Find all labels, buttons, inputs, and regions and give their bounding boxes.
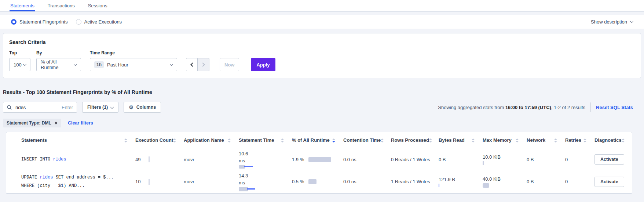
col-label: Application Name <box>184 137 224 145</box>
sql-table-link[interactable]: rides <box>40 175 53 180</box>
tab-transactions[interactable]: Transactions <box>47 0 76 11</box>
execution-count-bar <box>149 179 150 185</box>
filters-label: Filters (1) <box>87 105 108 110</box>
columns-button[interactable]: ⚙ Columns <box>124 102 161 113</box>
execution-count-value: 49 <box>135 157 140 162</box>
col-header-application-name[interactable]: Application Name <box>184 137 239 145</box>
statement-row: INSERT INTO rides 49 movr 10.6 ms 1.9 % … <box>6 149 632 170</box>
reset-sql-stats-link[interactable]: Reset SQL Stats <box>596 105 633 110</box>
results-heading: Results - Top 100 Statement Fingerprints… <box>3 89 633 95</box>
contention-time-cell: 0.0 ns <box>343 179 391 184</box>
search-input[interactable] <box>15 104 59 111</box>
search-icon <box>7 105 12 110</box>
col-label: % of All Runtime <box>292 137 330 145</box>
sort-icon[interactable] <box>124 138 127 143</box>
col-header-pct-of-all-runtime[interactable]: % of All Runtime <box>292 137 343 145</box>
statement-cell[interactable]: UPDATE rides SET end_address = $... WHER… <box>21 173 135 190</box>
sort-icon[interactable] <box>381 138 384 143</box>
sql-table-link[interactable]: rides <box>53 157 66 162</box>
rows-processed-cell: 1 Reads / 1 Writes <box>391 179 439 184</box>
col-label: Contention Time <box>343 137 381 145</box>
columns-label: Columns <box>136 105 156 110</box>
pct-runtime-value: 0.5 % <box>292 179 304 184</box>
sort-icon[interactable] <box>583 138 586 143</box>
now-button[interactable]: Now <box>220 58 239 71</box>
col-header-bytes-read[interactable]: Bytes Read <box>439 137 483 145</box>
execution-count-cell: 49 <box>135 156 184 162</box>
top-value: 100 <box>14 62 22 68</box>
filters-button[interactable]: Filters (1) <box>82 102 118 113</box>
by-field: By % of All Runtime <box>36 50 81 71</box>
col-label: Rows Processed <box>391 137 429 145</box>
statements-table: Statements Execution Count Application N… <box>6 132 632 194</box>
arrow-right-icon <box>201 62 205 66</box>
time-prev-button[interactable] <box>186 58 198 71</box>
sql-text: INSERT INTO <box>21 157 53 162</box>
col-header-retries[interactable]: Retries <box>565 137 594 145</box>
search-criteria-title: Search Criteria <box>9 39 635 45</box>
col-header-rows-processed[interactable]: Rows Processed <box>391 137 439 145</box>
sort-icon[interactable] <box>472 138 475 143</box>
max-memory-cell: 40.0 KiB <box>483 176 527 188</box>
col-label: Network <box>527 137 545 145</box>
top-field: Top 100 <box>9 50 30 71</box>
application-name-cell: movr <box>184 179 239 184</box>
pct-runtime-value: 1.9 % <box>292 157 304 162</box>
by-label: By <box>36 50 81 55</box>
time-next-button[interactable] <box>198 58 209 71</box>
col-header-statement-time[interactable]: Statement Time <box>239 137 292 145</box>
statement-cell[interactable]: INSERT INTO rides <box>21 155 135 164</box>
col-label: Max Memory <box>483 137 512 145</box>
radio-active-executions[interactable]: Active Executions <box>76 19 122 25</box>
show-description-toggle[interactable]: Show description <box>591 19 633 25</box>
col-header-max-memory[interactable]: Max Memory <box>483 137 527 145</box>
max-memory-cell: 10.0 KiB <box>483 154 527 165</box>
time-range-label: Time Range <box>90 50 177 55</box>
col-header-statements[interactable]: Statements <box>21 137 135 145</box>
sort-icon[interactable] <box>173 138 176 143</box>
bytes-read-cell: 0 B <box>439 156 483 163</box>
sql-text: UPDATE <box>21 175 40 180</box>
max-memory-bar <box>483 183 489 188</box>
time-range-select[interactable]: 1h Past Hour <box>90 58 177 71</box>
activate-diagnostics-button[interactable]: Activate <box>594 177 624 187</box>
pct-runtime-cell: 0.5 % <box>292 179 343 184</box>
remove-filter-icon[interactable]: × <box>55 120 58 126</box>
apply-button[interactable]: Apply <box>251 58 275 71</box>
pct-runtime-bar <box>308 157 331 162</box>
sort-icon[interactable] <box>429 138 432 143</box>
col-header-contention-time[interactable]: Contention Time <box>343 137 391 145</box>
by-select[interactable]: % of All Runtime <box>36 58 81 71</box>
search-box[interactable]: Enter <box>3 102 77 113</box>
radio-statement-fingerprints[interactable]: Statement Fingerprints <box>11 19 68 25</box>
results-section: Results - Top 100 Statement Fingerprints… <box>0 89 644 127</box>
application-name-cell: movr <box>184 157 239 162</box>
col-header-execution-count[interactable]: Execution Count <box>135 137 184 145</box>
sort-icon[interactable] <box>516 138 519 143</box>
max-memory-bar <box>483 161 484 165</box>
sort-icon[interactable] <box>554 138 557 143</box>
col-header-diagnostics[interactable]: Diagnostics <box>594 137 626 145</box>
col-label: Retries <box>565 137 581 145</box>
vertical-divider <box>590 102 591 112</box>
max-memory-value: 10.0 KiB <box>483 154 501 160</box>
tab-sessions[interactable]: Sessions <box>87 0 108 11</box>
statement-time-bar <box>239 165 292 169</box>
sort-icon-active-desc[interactable] <box>332 138 335 143</box>
top-select[interactable]: 100 <box>9 58 30 71</box>
col-header-network[interactable]: Network <box>527 137 565 145</box>
col-label: Diagnostics <box>594 137 622 145</box>
statement-time-bar <box>239 187 292 191</box>
tab-statements[interactable]: Statements <box>10 0 35 11</box>
clear-filters-link[interactable]: Clear filters <box>68 120 93 126</box>
search-enter-hint[interactable]: Enter <box>62 105 73 110</box>
contention-time-cell: 0.0 ns <box>343 157 391 162</box>
sort-icon[interactable] <box>281 138 284 143</box>
activate-diagnostics-button[interactable]: Activate <box>594 154 624 165</box>
view-toggle-strip: Statement Fingerprints Active Executions… <box>0 15 644 29</box>
pct-runtime-bar <box>308 179 316 184</box>
time-nav-group <box>186 58 209 71</box>
col-label: Bytes Read <box>439 137 465 145</box>
sort-icon[interactable] <box>622 138 625 143</box>
sort-icon[interactable] <box>228 138 231 143</box>
